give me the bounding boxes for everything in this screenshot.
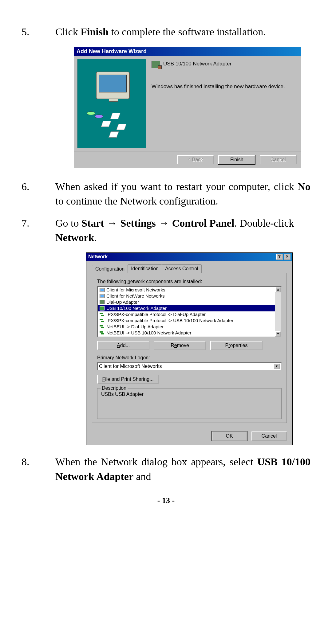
wizard-device-name: USB 10/100 Network Adapter <box>163 61 231 67</box>
step-8: 8. When the Network dialog box appears, … <box>22 455 310 484</box>
add-hardware-wizard-dialog: Add New Hardware Wizard USB 10/100 Netwo… <box>74 47 301 168</box>
list-item: Client for Microsoft Networks <box>98 287 281 293</box>
scroll-down-icon[interactable]: ▼ <box>275 331 281 337</box>
finish-button[interactable]: Finish <box>218 155 255 164</box>
dropdown-arrow-icon[interactable]: ▼ <box>274 364 280 369</box>
wizard-titlebar: Add New Hardware Wizard <box>74 47 301 56</box>
step-text: Click Finish to complete the software in… <box>55 25 310 39</box>
step-text: When the Network dialog box appears, sel… <box>55 455 310 484</box>
description-text: USBs USB Adapter <box>101 392 278 397</box>
file-print-sharing-button[interactable]: File and Print Sharing... <box>97 375 159 384</box>
adapter-icon <box>100 306 105 310</box>
list-item: IPX/SPX-compatible Protocol -> USB 10/10… <box>98 318 281 324</box>
components-label: The following network components are ins… <box>97 279 282 284</box>
cancel-button[interactable]: Cancel <box>251 431 287 441</box>
list-item: NetBEUI -> Dial-Up Adapter <box>98 324 281 330</box>
wizard-content: USB 10/100 Network Adapter Windows has f… <box>150 59 298 148</box>
protocol-icon <box>100 325 105 329</box>
network-adapter-icon <box>152 61 160 68</box>
adapter-icon <box>100 300 105 304</box>
list-item: NetBEUI -> USB 10/100 Network Adapter <box>98 330 281 336</box>
tab-identification[interactable]: Identification <box>128 264 162 273</box>
wizard-message: Windows has finished installing the new … <box>152 84 295 90</box>
tab-access-control[interactable]: Access Control <box>162 264 202 273</box>
scroll-up-icon[interactable]: ▲ <box>275 287 281 292</box>
component-buttons: Add... Remove Properties <box>97 341 282 350</box>
wizard-body: USB 10/100 Network Adapter Windows has f… <box>74 56 301 151</box>
list-item: IPX/SPX-compatible Protocol -> Dial-Up A… <box>98 311 281 318</box>
components-listbox[interactable]: Client for Microsoft Networks Client for… <box>97 286 282 337</box>
list-item-selected: USB 10/100 Network Adapter <box>98 305 281 311</box>
wizard-sidebar-image <box>77 59 146 148</box>
primary-logon-dropdown[interactable]: Client for Microsoft Networks ▼ <box>97 362 282 370</box>
protocol-icon <box>100 312 105 317</box>
step-number: 5. <box>22 25 55 39</box>
back-button: < Back <box>177 155 214 164</box>
protocol-icon <box>100 331 105 335</box>
cancel-button: Cancel <box>260 155 297 164</box>
network-dialog: Network ? × Configuration Identification… <box>86 252 293 445</box>
primary-logon-value: Client for Microsoft Networks <box>99 364 162 369</box>
network-footer: OK Cancel <box>86 427 292 445</box>
step-7: 7. Go to Start → Settings → Control Pane… <box>22 216 310 245</box>
step-number: 7. <box>22 216 55 245</box>
list-item: Client for NetWare Networks <box>98 293 281 299</box>
remove-button[interactable]: Remove <box>154 341 206 350</box>
add-button[interactable]: Add... <box>97 341 149 350</box>
step-5: 5. Click Finish to complete the software… <box>22 25 310 39</box>
network-title: Network <box>88 254 108 260</box>
step-text: Go to Start → Settings → Control Panel. … <box>55 216 310 245</box>
step-number: 6. <box>22 179 55 209</box>
network-titlebar: Network ? × <box>86 253 292 261</box>
listbox-scrollbar[interactable]: ▲ ▼ <box>275 287 281 337</box>
properties-button[interactable]: Properties <box>210 341 263 350</box>
configuration-panel: The following network components are ins… <box>92 273 287 423</box>
protocol-icon <box>100 318 105 323</box>
network-tabs: Configuration Identification Access Cont… <box>92 264 287 273</box>
description-fieldset: Description USBs USB Adapter <box>97 388 282 419</box>
help-button[interactable]: ? <box>276 254 283 260</box>
step-6: 6. When asked if you want to restart you… <box>22 179 310 209</box>
close-button[interactable]: × <box>284 254 290 260</box>
step-text: When asked if you want to restart your c… <box>55 179 310 209</box>
page-number: - 13 - <box>22 496 310 505</box>
description-label: Description <box>101 385 128 391</box>
step-number: 8. <box>22 455 55 484</box>
ok-button[interactable]: OK <box>212 431 247 441</box>
client-icon <box>100 294 105 298</box>
list-item: Dial-Up Adapter <box>98 299 281 305</box>
primary-logon-label: Primary Network Logon: <box>97 355 282 361</box>
wizard-footer: < Back Finish Cancel <box>74 151 301 168</box>
client-icon <box>100 288 105 292</box>
tab-configuration[interactable]: Configuration <box>92 265 128 273</box>
